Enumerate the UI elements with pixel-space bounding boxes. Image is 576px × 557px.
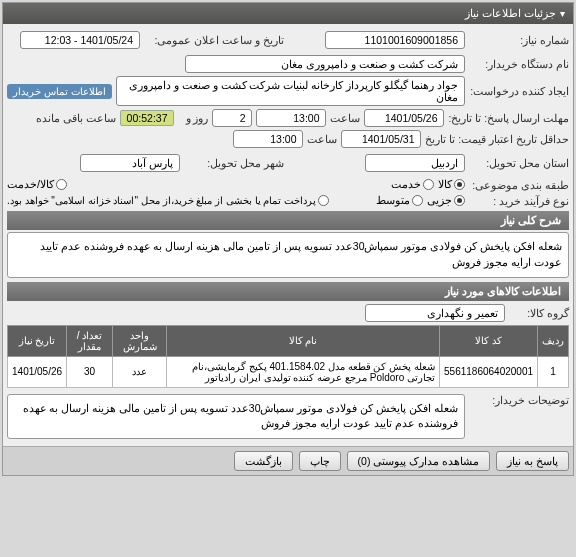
treasury-payment-radio[interactable]: پرداخت تمام یا بخشی از مبلغ خرید،از محل … xyxy=(7,195,329,206)
city-label: شهر محل تحویل: xyxy=(184,157,284,169)
buyer-label: نام دستگاه خریدار: xyxy=(469,58,569,70)
medium-radio[interactable]: متوسط xyxy=(376,194,423,207)
need-details-panel: ▾ جزئیات اطلاعات نیاز شماره نیاز: 110100… xyxy=(2,2,574,476)
service-radio[interactable]: خدمت xyxy=(391,178,434,191)
service-label: خدمت xyxy=(391,178,421,191)
province-label: استان محل تحویل: xyxy=(469,157,569,169)
countdown-timer: 00:52:37 xyxy=(120,110,175,126)
province: اردبیل xyxy=(365,154,465,172)
view-attachments-button[interactable]: مشاهده مدارک پیوستی (0) xyxy=(347,451,491,471)
radio-off-icon xyxy=(56,179,67,190)
buyer-notes: شعله افکن پایخش کن فولادی موتور سمپاش30ع… xyxy=(7,394,465,440)
time-label-2: ساعت xyxy=(307,133,337,145)
col-unit: واحد شمارش xyxy=(113,325,167,356)
medium-label: متوسط xyxy=(376,194,410,207)
section-general-desc: شرح کلی نیاز xyxy=(7,211,569,230)
col-date: تاریخ نیاز xyxy=(8,325,67,356)
deadline-date: 1401/05/26 xyxy=(364,109,444,127)
day-label: روز و xyxy=(178,112,208,124)
minor-radio[interactable]: جزیی xyxy=(427,194,465,207)
category-label: طبقه بندی موضوعی: xyxy=(469,179,569,191)
buyer-name: شرکت کشت و صنعت و دامپروری مغان xyxy=(185,55,465,73)
deadline-label: مهلت ارسال پاسخ: تا تاریخ: xyxy=(448,112,569,124)
process-type-label: نوع فرآیند خرید : xyxy=(469,195,569,207)
goods-label: کالا xyxy=(438,178,452,191)
panel-title: جزئیات اطلاعات نیاز xyxy=(465,7,556,20)
valid-date: 1401/05/31 xyxy=(341,130,421,148)
table-row[interactable]: 1 5561186064020001 شعله پخش کن قطعه مدل … xyxy=(8,356,569,387)
valid-time: 13:00 xyxy=(233,130,303,148)
col-name: نام کالا xyxy=(166,325,439,356)
need-number-label: شماره نیاز: xyxy=(469,34,569,46)
cell-qty: 30 xyxy=(67,356,113,387)
cell-code: 5561186064020001 xyxy=(440,356,538,387)
chevron-down-icon: ▾ xyxy=(560,8,565,19)
cell-name: شعله پخش کن قطعه مدل 401.1584.02 پکیج گر… xyxy=(166,356,439,387)
goods-service-label: کالا/خدمت xyxy=(7,178,54,191)
remain-label: ساعت باقی مانده xyxy=(36,112,116,124)
announce-date-label: تاریخ و ساعت اعلان عمومی: xyxy=(144,34,284,46)
action-bar: پاسخ به نیاز مشاهده مدارک پیوستی (0) چاپ… xyxy=(3,446,573,475)
buyer-notes-label: توضیحات خریدار: xyxy=(469,394,569,406)
cell-row: 1 xyxy=(538,356,569,387)
goods-group-label: گروه کالا: xyxy=(509,307,569,319)
col-code: کد کالا xyxy=(440,325,538,356)
panel-header[interactable]: ▾ جزئیات اطلاعات نیاز xyxy=(3,3,573,24)
time-label: ساعت xyxy=(330,112,360,124)
announce-date: 1401/05/24 - 12:03 xyxy=(20,31,140,49)
panel-body: شماره نیاز: 1101001609001856 تاریخ و ساع… xyxy=(3,24,573,446)
radio-off-icon xyxy=(423,179,434,190)
creator-name: جواد رهنما گیگلو کارپرداز کارخانه لبنیات… xyxy=(116,76,465,106)
back-button[interactable]: بازگشت xyxy=(234,451,293,471)
radio-on-icon xyxy=(454,195,465,206)
col-qty: تعداد / مقدار xyxy=(67,325,113,356)
valid-until-label: حداقل تاریخ اعتبار قیمت: تا تاریخ xyxy=(425,133,569,145)
radio-on-icon xyxy=(454,179,465,190)
table-header: ردیف کد کالا نام کالا واحد شمارش تعداد /… xyxy=(8,325,569,356)
goods-group: تعمیر و نگهداری xyxy=(365,304,505,322)
general-description: شعله افکن پایخش کن فولادی موتور سمپاش30ع… xyxy=(7,232,569,278)
goods-radio[interactable]: کالا xyxy=(438,178,465,191)
city: پارس آباد xyxy=(80,154,180,172)
need-number: 1101001609001856 xyxy=(325,31,465,49)
payment-note: پرداخت تمام یا بخشی از مبلغ خرید،از محل … xyxy=(7,195,316,206)
col-row: ردیف xyxy=(538,325,569,356)
cell-date: 1401/05/26 xyxy=(8,356,67,387)
creator-label: ایجاد کننده درخواست: xyxy=(469,85,569,97)
goods-table: ردیف کد کالا نام کالا واحد شمارش تعداد /… xyxy=(7,325,569,388)
minor-label: جزیی xyxy=(427,194,452,207)
radio-off-icon xyxy=(318,195,329,206)
days-remaining: 2 xyxy=(212,109,252,127)
reply-button[interactable]: پاسخ به نیاز xyxy=(496,451,569,471)
print-button[interactable]: چاپ xyxy=(299,451,341,471)
deadline-time: 13:00 xyxy=(256,109,326,127)
goods-service-radio[interactable]: کالا/خدمت xyxy=(7,178,67,191)
cell-unit: عدد xyxy=(113,356,167,387)
radio-off-icon xyxy=(412,195,423,206)
section-goods-info: اطلاعات کالاهای مورد نیاز xyxy=(7,282,569,301)
buyer-contact-link[interactable]: اطلاعات تماس خریدار xyxy=(7,84,112,99)
